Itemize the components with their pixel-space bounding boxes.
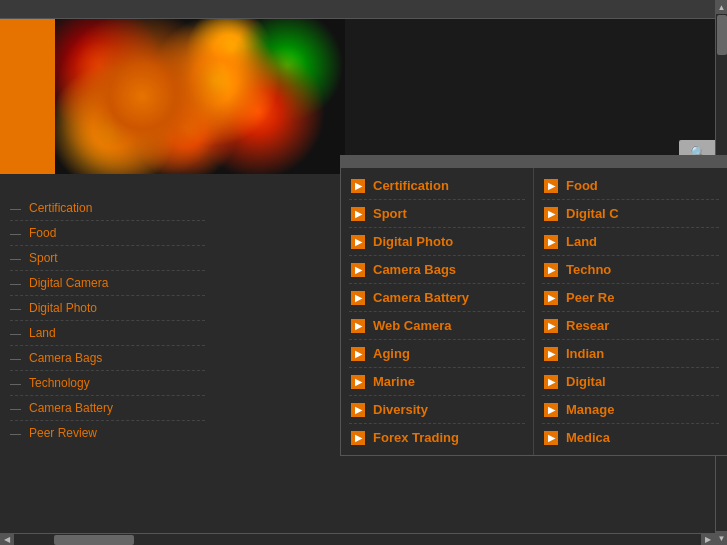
panel-col2-item-9[interactable]: ▶ Medica	[542, 424, 719, 451]
sidebar-arrow: —	[10, 427, 21, 439]
sidebar-item-4[interactable]: — Digital Photo	[10, 296, 205, 321]
panel-icon: ▶	[351, 319, 365, 333]
panel-col1-item-2[interactable]: ▶ Digital Photo	[349, 228, 525, 256]
sidebar-link: Sport	[29, 251, 58, 265]
panel-icon: ▶	[351, 207, 365, 221]
sidebar-item-5[interactable]: — Land	[10, 321, 205, 346]
panel-icon: ▶	[544, 403, 558, 417]
sidebar-item-0[interactable]: — Certification	[10, 196, 205, 221]
panel-icon: ▶	[544, 431, 558, 445]
sidebar-link: Digital Camera	[29, 276, 108, 290]
panel-col2-item-5[interactable]: ▶ Resear	[542, 312, 719, 340]
panel-header	[341, 156, 727, 168]
panel-col1-item-0[interactable]: ▶ Certification	[349, 172, 525, 200]
sidebar-item-3[interactable]: — Digital Camera	[10, 271, 205, 296]
sidebar-link: Peer Review	[29, 426, 97, 440]
scroll-up-button[interactable]: ▲	[716, 0, 728, 14]
panel-link: Sport	[373, 206, 407, 221]
panel-col1-item-3[interactable]: ▶ Camera Bags	[349, 256, 525, 284]
panel-icon: ▶	[351, 375, 365, 389]
panel-col2-item-0[interactable]: ▶ Food	[542, 172, 719, 200]
panel-link: Peer Re	[566, 290, 614, 305]
panel-link: Land	[566, 234, 597, 249]
panel-link: Web Camera	[373, 318, 452, 333]
panel-col1-item-6[interactable]: ▶ Aging	[349, 340, 525, 368]
banner-image	[55, 19, 345, 174]
panel-link: Marine	[373, 374, 415, 389]
panel-icon: ▶	[351, 263, 365, 277]
sidebar-link: Land	[29, 326, 56, 340]
orange-bar	[0, 19, 55, 174]
panel-col1-item-9[interactable]: ▶ Forex Trading	[349, 424, 525, 451]
sidebar-arrow: —	[10, 302, 21, 314]
sidebar-arrow: —	[10, 327, 21, 339]
sidebar-arrow: —	[10, 352, 21, 364]
panel-icon: ▶	[544, 291, 558, 305]
panel-icon: ▶	[544, 319, 558, 333]
panel-icon: ▶	[351, 235, 365, 249]
panel-link: Digital	[566, 374, 606, 389]
sidebar-arrow: —	[10, 252, 21, 264]
sidebar-link: Digital Photo	[29, 301, 97, 315]
panel-col1-item-7[interactable]: ▶ Marine	[349, 368, 525, 396]
panel-icon: ▶	[544, 375, 558, 389]
panel-link: Forex Trading	[373, 430, 459, 445]
scroll-left-button[interactable]: ◀	[0, 534, 14, 546]
scroll-down-button[interactable]: ▼	[716, 531, 728, 545]
panel-link: Camera Battery	[373, 290, 469, 305]
sidebar-link: Camera Battery	[29, 401, 113, 415]
scroll-right-button[interactable]: ▶	[701, 534, 715, 546]
panel-icon: ▶	[544, 263, 558, 277]
panel-link: Food	[566, 178, 598, 193]
panel-icon: ▶	[544, 207, 558, 221]
scroll-thumb[interactable]	[717, 15, 727, 55]
sidebar-item-9[interactable]: — Peer Review	[10, 421, 205, 445]
panel-link: Medica	[566, 430, 610, 445]
panel-col2-item-1[interactable]: ▶ Digital C	[542, 200, 719, 228]
sidebar-item-1[interactable]: — Food	[10, 221, 205, 246]
panel-link: Digital Photo	[373, 234, 453, 249]
panel-col1: ▶ Certification▶ Sport▶ Digital Photo▶ C…	[341, 168, 534, 455]
panel-icon: ▶	[544, 347, 558, 361]
panel-col2: ▶ Food▶ Digital C▶ Land▶ Techno▶ Peer Re…	[534, 168, 727, 455]
panel-col1-item-4[interactable]: ▶ Camera Battery	[349, 284, 525, 312]
sidebar-arrow: —	[10, 277, 21, 289]
panel-icon: ▶	[351, 179, 365, 193]
panel-link: Manage	[566, 402, 614, 417]
panel-col2-item-7[interactable]: ▶ Digital	[542, 368, 719, 396]
sidebar-arrow: —	[10, 202, 21, 214]
sidebar-item-7[interactable]: — Technology	[10, 371, 205, 396]
header	[0, 0, 727, 19]
panel-link: Diversity	[373, 402, 428, 417]
panel-link: Resear	[566, 318, 609, 333]
panel-icon: ▶	[544, 235, 558, 249]
panel-link: Indian	[566, 346, 604, 361]
sidebar-item-6[interactable]: — Camera Bags	[10, 346, 205, 371]
hscroll-track	[14, 534, 701, 546]
panel-link: Techno	[566, 262, 611, 277]
panel-link: Aging	[373, 346, 410, 361]
panel-icon: ▶	[351, 431, 365, 445]
hscroll-thumb[interactable]	[54, 535, 134, 545]
panel-col2-item-2[interactable]: ▶ Land	[542, 228, 719, 256]
panel-col1-item-1[interactable]: ▶ Sport	[349, 200, 525, 228]
sidebar-item-8[interactable]: — Camera Battery	[10, 396, 205, 421]
sidebar-items: — Certification— Food— Sport— Digital Ca…	[10, 196, 205, 445]
panel-col2-item-8[interactable]: ▶ Manage	[542, 396, 719, 424]
left-sidebar: — Certification— Food— Sport— Digital Ca…	[0, 174, 215, 499]
panel-col2-item-3[interactable]: ▶ Techno	[542, 256, 719, 284]
panel-col1-item-8[interactable]: ▶ Diversity	[349, 396, 525, 424]
panel-link: Camera Bags	[373, 262, 456, 277]
horizontal-scrollbar: ◀ ▶	[0, 533, 715, 545]
sidebar-item-2[interactable]: — Sport	[10, 246, 205, 271]
sidebar-link: Food	[29, 226, 56, 240]
panel-col2-item-6[interactable]: ▶ Indian	[542, 340, 719, 368]
sidebar-link: Camera Bags	[29, 351, 102, 365]
sidebar-link: Certification	[29, 201, 92, 215]
panel-icon: ▶	[351, 403, 365, 417]
panel-link: Digital C	[566, 206, 619, 221]
panel-col1-item-5[interactable]: ▶ Web Camera	[349, 312, 525, 340]
banner: 🔍	[0, 19, 727, 174]
panel-col2-item-4[interactable]: ▶ Peer Re	[542, 284, 719, 312]
sidebar-arrow: —	[10, 377, 21, 389]
